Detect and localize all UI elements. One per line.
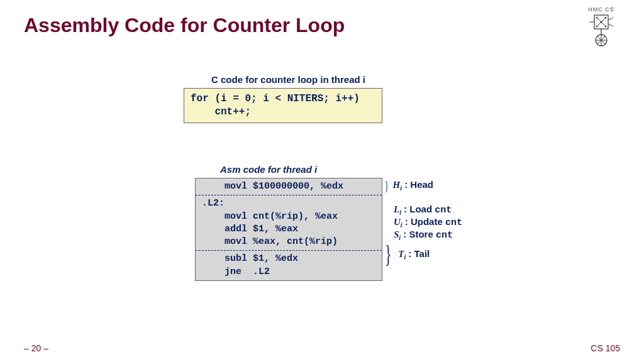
ann-tail-row: } Ti : Tail [385, 241, 462, 268]
logo-graphic [588, 13, 614, 48]
hmc-cs-logo: HMC CS [582, 6, 620, 53]
asm-load: movl cnt(%rip), %eax [202, 211, 338, 222]
ann-tail: Ti : Tail [398, 248, 430, 261]
c-line2: cnt++; [191, 106, 251, 118]
ann-store-mono: cnt [436, 230, 453, 241]
asm-update: addl $1, %eax [202, 224, 298, 234]
asm-label: .L2: [202, 198, 225, 209]
ann-load-mono: cnt [435, 205, 452, 216]
ann-update-sym: U [394, 217, 401, 227]
asm-tail2: jne .L2 [202, 266, 270, 277]
ann-load-row: Li : Load cnt [385, 204, 462, 216]
asm-tail-segment: subl $1, %edx jne .L2 [196, 250, 382, 280]
page-number: – 20 – [24, 343, 48, 353]
ann-update: Ui : Update cnt [394, 216, 462, 229]
ann-head: Hi : Head [393, 179, 433, 192]
asm-code-caption: Asm code for thread i [220, 164, 317, 175]
asm-body-segment: .L2: movl cnt(%rip), %eax addl $1, %eax … [196, 195, 382, 250]
ann-update-mono: cnt [445, 217, 462, 228]
ann-store-rest: : Store [401, 229, 436, 239]
ann-update-row: Ui : Update cnt [385, 216, 462, 229]
brace-icon: } [385, 242, 392, 267]
asm-code-box: movl $100000000, %edx .L2: movl cnt(%rip… [195, 178, 382, 281]
ann-load-rest: : Load [401, 204, 435, 214]
brace-icon: } [385, 178, 389, 192]
asm-tail1: subl $1, %edx [202, 253, 298, 264]
svg-line-9 [608, 24, 613, 26]
c-line1: for (i = 0; i < NITERS; i++) [191, 93, 360, 104]
annotations: } Hi : Head Li : Load cnt Ui : Update cn… [385, 178, 462, 268]
ann-store-row: Si : Store cnt [385, 229, 462, 241]
ann-update-rest: : Update [402, 216, 445, 227]
ann-tail-sym: T [398, 249, 404, 259]
ann-head-rest: : Head [402, 179, 433, 190]
ann-head-sym: H [393, 180, 401, 190]
asm-store: movl %eax, cnt(%rip) [202, 236, 338, 247]
ann-load-sym: L [394, 204, 399, 214]
c-code-caption: C code for counter loop in thread i [211, 74, 365, 85]
ann-head-row: } Hi : Head [385, 178, 462, 193]
asm-head: movl $100000000, %edx [202, 181, 343, 192]
course-label: CS 105 [591, 343, 620, 353]
asm-head-segment: movl $100000000, %edx [196, 178, 382, 195]
logo-text: HMC CS [582, 6, 620, 13]
c-code-box: for (i = 0; i < NITERS; i++) cnt++; [184, 88, 382, 123]
ann-store: Si : Store cnt [394, 229, 453, 241]
ann-tail-rest: : Tail [406, 248, 430, 259]
page-title: Assembly Code for Counter Loop [24, 14, 345, 37]
ann-load: Li : Load cnt [394, 204, 452, 216]
svg-line-8 [608, 18, 613, 20]
